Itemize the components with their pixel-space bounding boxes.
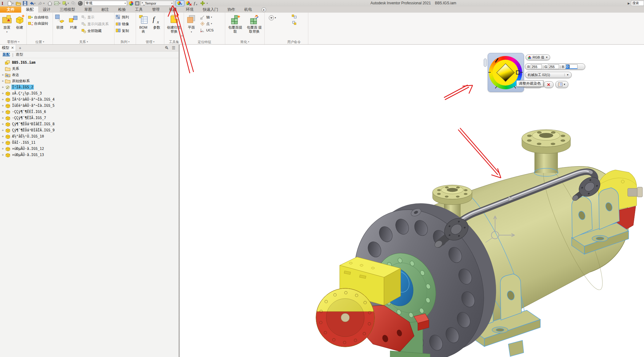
options-list-icon xyxy=(558,82,562,86)
appearance-dropdown[interactable]: 机械加工 02(1) ▼ xyxy=(525,72,572,78)
dialog-drag-grip[interactable] xyxy=(484,58,487,67)
model-viewport[interactable] xyxy=(0,0,644,357)
tooltip: 调整外观染色 xyxy=(516,80,543,87)
options-button[interactable]: ▼ xyxy=(555,81,568,88)
appearance-dropdown-caret[interactable]: ▼ xyxy=(564,74,569,76)
color-mode-dropdown[interactable]: RGB 值 ▼ xyxy=(526,54,550,60)
g-input[interactable]: 255 xyxy=(548,64,559,69)
sv-handle[interactable] xyxy=(516,70,520,74)
cancel-button[interactable]: ✕ xyxy=(544,81,554,88)
rgb-value-row: R 255 | G 255 | B 0 xyxy=(525,63,585,70)
inventor-window: I ▾ ▾ ▾ xyxy=(0,0,644,357)
r-input[interactable]: 255 xyxy=(531,64,542,69)
annotation-arrows xyxy=(168,6,501,178)
b-input[interactable]: 0 xyxy=(565,64,578,69)
cancel-x-icon: ✕ xyxy=(547,82,550,87)
rgb-icon xyxy=(528,56,531,59)
